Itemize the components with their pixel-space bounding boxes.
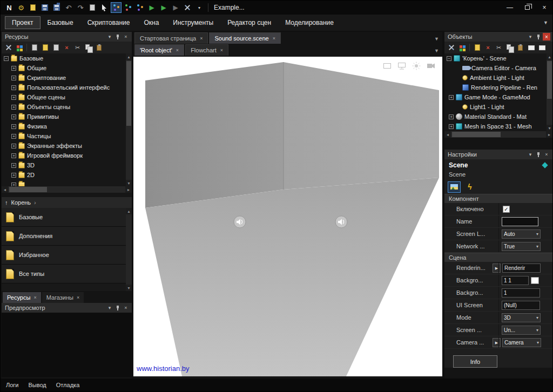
tree-item[interactable]: Ambient Light - Light (444, 73, 552, 83)
expand-icon[interactable]: + (11, 173, 16, 178)
sound-source-gizmo[interactable] (233, 215, 246, 228)
section-component[interactable]: Компонент (444, 194, 552, 203)
mode-dropdown[interactable]: 3D ▾ (502, 313, 541, 322)
list-item[interactable]: Все типы (2, 265, 132, 283)
pin-icon[interactable] (114, 33, 122, 40)
expand-icon[interactable]: + (11, 124, 16, 129)
cut-icon[interactable]: ✂ (494, 43, 503, 52)
tree-item[interactable]: + Частицы (2, 131, 132, 141)
tab-stores[interactable]: Магазины × (42, 292, 84, 303)
save-icon[interactable] (39, 2, 50, 13)
palette-icon[interactable] (15, 43, 24, 52)
expand-icon[interactable]: + (11, 183, 16, 187)
close-button[interactable]: × (536, 1, 552, 15)
expand-reference-icon[interactable]: ▶ (493, 263, 501, 273)
events-view-icon[interactable]: ϟ (464, 181, 476, 193)
expand-icon[interactable]: + (11, 76, 16, 80)
scroll-down-icon[interactable]: ▾ (126, 180, 132, 186)
tree-item[interactable]: Camera Editor - Camera (444, 63, 552, 73)
breadcrumb[interactable]: ↑ Корень › (2, 197, 132, 208)
close-icon[interactable]: × (122, 304, 130, 312)
tree-item[interactable]: + Mesh in Space 31 - Mesh (444, 121, 552, 131)
frame-icon[interactable] (382, 61, 392, 71)
new-object-icon[interactable] (473, 43, 482, 52)
menu-project[interactable]: Проект (5, 16, 41, 29)
close-icon[interactable]: × (200, 36, 203, 41)
screen-orientation-dropdown[interactable]: Un... ▾ (502, 326, 541, 335)
status-logs[interactable]: Логи (6, 382, 19, 388)
sun-icon[interactable] (412, 61, 421, 71)
tree-item[interactable]: + Физика (2, 121, 132, 131)
tree-item[interactable]: + Общие (2, 63, 132, 73)
expand-icon[interactable]: + (449, 95, 454, 100)
tools-icon[interactable] (4, 43, 13, 52)
tab-resources[interactable]: Ресурсы × (3, 292, 41, 303)
tree-item[interactable]: + Примитивы (2, 112, 132, 121)
scroll-left-icon[interactable]: ◂ (2, 186, 8, 193)
list-item[interactable]: Базовые (2, 208, 132, 227)
flowchart-icon[interactable] (134, 2, 145, 13)
copy-icon[interactable] (84, 43, 93, 52)
project-settings-icon[interactable]: ⚙ (16, 2, 26, 13)
screen-label-dropdown[interactable]: Auto ▾ (502, 229, 541, 239)
close-icon[interactable]: × (543, 33, 550, 40)
scroll-up-icon[interactable]: ▴ (126, 53, 132, 60)
node-editor-icon[interactable] (111, 2, 122, 13)
expand-icon[interactable]: + (11, 66, 16, 71)
new-folder-icon[interactable] (41, 43, 50, 52)
menu-tools[interactable]: Инструменты (166, 16, 220, 29)
enabled-checkbox[interactable]: ✓ (503, 206, 510, 213)
tree-item[interactable]: + (2, 180, 132, 186)
tree-item[interactable]: + Экранные эффекты (2, 141, 132, 151)
tree-item[interactable]: Light1 - Light (444, 102, 552, 112)
background-color-field[interactable]: 1 1 (502, 276, 529, 285)
tree-item[interactable]: + 2D (2, 170, 132, 180)
scroll-up-icon[interactable]: ▴ (547, 53, 553, 60)
horizontal-scrollbar[interactable]: ◂ ▸ (444, 131, 552, 138)
expand-icon[interactable]: + (11, 105, 16, 110)
network-mode-dropdown[interactable]: True ▾ (502, 242, 541, 251)
expand-icon[interactable]: + (11, 95, 16, 100)
scroll-down-icon[interactable]: ▾ (126, 285, 132, 291)
tree-item[interactable]: − Базовые (2, 53, 132, 63)
scene-viewport[interactable]: www.historian.by (133, 57, 442, 376)
tab-overflow-icon[interactable]: ▼ (434, 48, 439, 53)
run-icon[interactable]: ▶ (146, 2, 157, 13)
camera-icon[interactable] (426, 61, 436, 71)
ui-screen-field[interactable]: (Null) (502, 301, 540, 310)
editor-window-icon[interactable] (527, 43, 536, 52)
copy-icon[interactable] (505, 43, 514, 52)
tree-item[interactable]: + Material Standard - Mat (444, 112, 552, 121)
preview-window-icon[interactable] (537, 43, 547, 52)
tab-flowchart[interactable]: Flowchart × (185, 44, 228, 56)
close-icon[interactable]: × (273, 36, 275, 41)
list-item[interactable]: Дополнения (2, 227, 132, 246)
expand-icon[interactable]: + (11, 114, 16, 119)
tab-sound-source-scene[interactable]: Sound source.scene × (209, 32, 281, 44)
palette-icon[interactable] (457, 43, 467, 52)
color-swatch[interactable] (531, 277, 539, 284)
play-icon[interactable]: ▶ (158, 2, 169, 13)
menu-windows[interactable]: Окна (137, 16, 166, 29)
menu-scene-editor[interactable]: Редактор сцен (220, 16, 278, 29)
tree-item[interactable]: + Game Mode - GameMod (444, 92, 552, 102)
close-icon[interactable]: × (543, 151, 550, 158)
expand-icon[interactable]: + (449, 114, 454, 119)
close-icon[interactable]: × (122, 33, 130, 40)
status-debug[interactable]: Отладка (56, 382, 79, 388)
tools-dropdown-icon[interactable]: ▾ (194, 2, 205, 13)
close-icon[interactable]: × (220, 48, 223, 53)
expand-icon[interactable]: + (11, 144, 16, 148)
menu-basic[interactable]: Базовые (41, 16, 80, 29)
chevron-down-icon[interactable]: ▾ (527, 151, 534, 158)
tab-overflow-icon[interactable]: ▼ (434, 36, 439, 42)
horizontal-scrollbar[interactable]: ◂ ▸ (2, 186, 132, 193)
list-item[interactable]: Избранное (2, 246, 132, 265)
new-resource-icon[interactable] (30, 43, 39, 52)
collapse-icon[interactable]: − (4, 56, 9, 61)
paste-icon[interactable] (95, 43, 104, 52)
expand-icon[interactable]: + (11, 85, 16, 90)
minimize-button[interactable]: — (502, 1, 518, 15)
undo-icon[interactable]: ↶ (63, 2, 74, 13)
scroll-right-icon[interactable]: ▸ (125, 186, 132, 193)
